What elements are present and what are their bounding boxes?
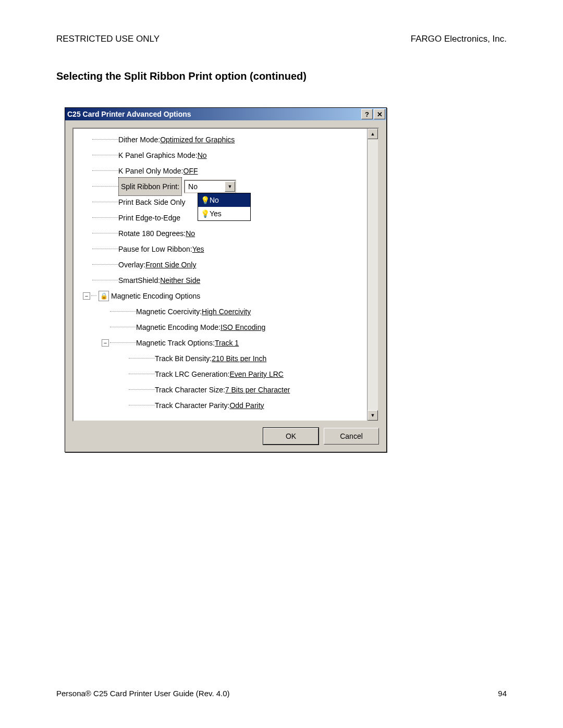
cancel-button[interactable]: Cancel	[324, 428, 379, 445]
value: Even Parity LRC	[229, 366, 283, 382]
value: Front Side Only	[145, 257, 196, 273]
label: Rotate 180 Degrees:	[118, 226, 186, 241]
dropdown-option-yes[interactable]: 💡 Yes	[198, 207, 250, 220]
titlebar-close-button[interactable]: ✕	[374, 109, 385, 119]
value: Odd Parity	[229, 398, 264, 413]
value: 210 Bits per Inch	[212, 351, 266, 366]
expand-collapse-icon[interactable]: −	[83, 292, 90, 300]
tree-item-dither-mode[interactable]: Dither Mode: Optimized for Graphics	[74, 132, 366, 147]
value: Yes	[192, 241, 204, 257]
lock-icon: 🔒	[99, 291, 109, 301]
bulb-icon: 💡	[200, 209, 210, 218]
tree-item-overlay[interactable]: Overlay: Front Side Only	[74, 257, 366, 273]
tree-item-track-lrc[interactable]: Track LRC Generation: Even Parity LRC	[74, 366, 366, 382]
dropdown-option-no[interactable]: 💡 No	[198, 193, 250, 207]
footer-left: Persona® C25 Card Printer User Guide (Re…	[56, 689, 230, 698]
ok-button[interactable]: OK	[263, 428, 319, 445]
header-left: RESTRICTED USE ONLY	[56, 34, 160, 44]
label: K Panel Only Mode:	[118, 163, 183, 179]
label: Print Back Side Only	[118, 194, 185, 210]
page-number: 94	[498, 689, 507, 698]
dialog-title: C25 Card Printer Advanced Options	[67, 110, 191, 118]
tree-item-track-bit[interactable]: Track Bit Density: 210 Bits per Inch	[74, 351, 366, 366]
label: Track LRC Generation:	[155, 366, 229, 382]
tree-item-pause[interactable]: Pause for Low Ribbon: Yes	[74, 241, 366, 257]
combo-value: No	[188, 179, 198, 194]
value: Neither Side	[160, 273, 200, 288]
page-header: RESTRICTED USE ONLY FARGO Electronics, I…	[56, 34, 507, 44]
label: K Panel Graphics Mode:	[118, 147, 198, 163]
tree-item-mag-mode[interactable]: Magnetic Encoding Mode: ISO Encoding	[74, 319, 366, 335]
option-label: Yes	[210, 209, 222, 218]
label: Pause for Low Ribbon:	[118, 241, 192, 257]
value: OFF	[183, 163, 198, 179]
scroll-track[interactable]	[368, 139, 378, 410]
scroll-up-icon[interactable]: ▲	[368, 129, 378, 139]
tree-item-k-panel-only[interactable]: K Panel Only Mode: OFF	[74, 163, 366, 179]
section-title: Selecting the Split Ribbon Print option …	[56, 70, 507, 82]
page-footer: Persona® C25 Card Printer User Guide (Re…	[56, 689, 507, 698]
tree-item-track-char-size[interactable]: Track Character Size: 7 Bits per Charact…	[74, 382, 366, 398]
bulb-icon: 💡	[200, 196, 210, 204]
expand-collapse-icon[interactable]: −	[102, 339, 109, 347]
tree-item-smartshield[interactable]: SmartShield: Neither Side	[74, 273, 366, 288]
chevron-down-icon[interactable]: ▼	[225, 181, 235, 192]
dialog-titlebar: C25 Card Printer Advanced Options ? ✕	[65, 108, 386, 120]
tree-item-k-panel-graphics[interactable]: K Panel Graphics Mode: No	[74, 147, 366, 163]
dialog-button-row: OK Cancel	[65, 428, 386, 452]
tree-item-track-char-parity[interactable]: Track Character Parity: Odd Parity	[74, 398, 366, 413]
value: No	[198, 147, 207, 163]
label: Dither Mode:	[118, 132, 160, 147]
vertical-scrollbar[interactable]: ▲ ▼	[367, 129, 378, 421]
label: Print Edge-to-Edge	[118, 210, 180, 226]
value: High Coercivity	[202, 304, 251, 319]
value: No	[186, 226, 195, 241]
label: Magnetic Encoding Mode:	[136, 319, 221, 335]
value: ISO Encoding	[221, 319, 265, 335]
tree-item-mag-track[interactable]: − Magnetic Track Options: Track 1	[74, 335, 366, 351]
label: SmartShield:	[118, 273, 160, 288]
scroll-down-icon[interactable]: ▼	[368, 410, 378, 421]
label: Magnetic Coercivity:	[136, 304, 202, 319]
tree-item-magnetic-encoding[interactable]: − 🔒 Magnetic Encoding Options	[74, 288, 366, 304]
label: Magnetic Encoding Options	[111, 288, 200, 304]
label: Track Bit Density:	[155, 351, 212, 366]
label: Track Character Parity:	[155, 398, 229, 413]
value: Optimized for Graphics	[160, 132, 235, 147]
tree-item-rotate[interactable]: Rotate 180 Degrees: No	[74, 226, 366, 241]
advanced-options-dialog: C25 Card Printer Advanced Options ? ✕ Di…	[65, 107, 387, 452]
options-tree[interactable]: Dither Mode: Optimized for Graphics K Pa…	[72, 128, 379, 422]
label: Overlay:	[118, 257, 145, 273]
value: 7 Bits per Character	[225, 382, 290, 398]
value: Track 1	[215, 335, 239, 351]
split-ribbon-combo[interactable]: No ▼	[184, 180, 236, 193]
titlebar-help-button[interactable]: ?	[361, 109, 373, 119]
header-right: FARGO Electronics, Inc.	[411, 34, 507, 44]
label: Split Ribbon Print:	[118, 177, 182, 196]
tree-item-split-ribbon[interactable]: Split Ribbon Print: No ▼	[74, 179, 366, 194]
tree-item-mag-coercivity[interactable]: Magnetic Coercivity: High Coercivity	[74, 304, 366, 319]
label: Magnetic Track Options:	[136, 335, 215, 351]
split-ribbon-dropdown[interactable]: 💡 No 💡 Yes	[198, 193, 251, 221]
label: Track Character Size:	[155, 382, 225, 398]
option-label: No	[210, 196, 219, 204]
